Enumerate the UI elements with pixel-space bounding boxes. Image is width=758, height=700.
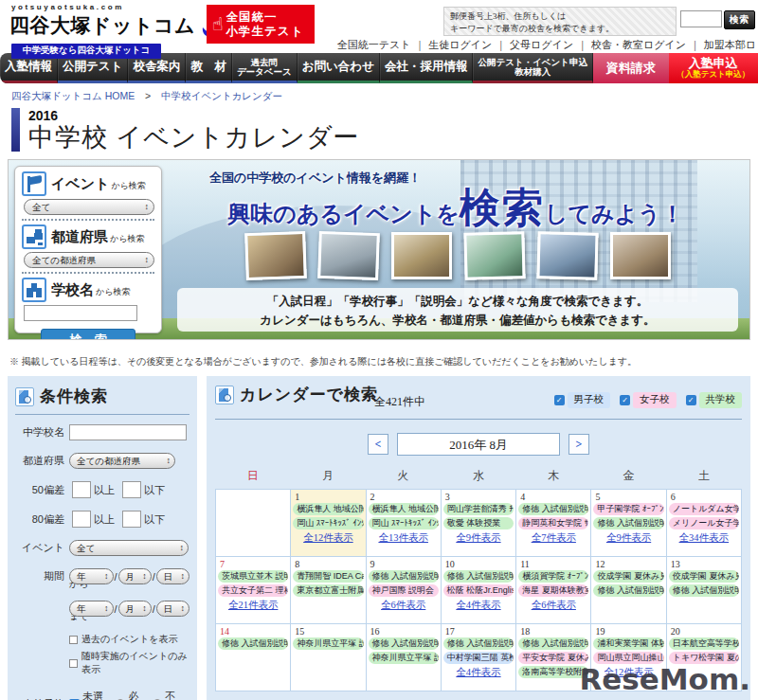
event-pill[interactable]: 岡山 ｽﾏｰﾄｷｯｽﾞ ｲﾝｸﾞ <box>293 517 363 529</box>
next-month-button[interactable]: > <box>568 434 589 455</box>
legend-label: 男子校 <box>568 392 611 408</box>
event-pill[interactable]: 修徳 入試個別説明 <box>443 570 514 583</box>
request-materials-button[interactable]: 資料請求 <box>593 53 669 83</box>
event-pill[interactable]: 岡山学芸館清秀 ﾁｬ <box>443 503 514 515</box>
national-test-banner[interactable]: ☝ 全国統一 小学生テスト <box>207 5 315 44</box>
event-pill[interactable]: 東京都立富士附属 <box>293 584 363 597</box>
event-pill[interactable]: 岡山 ｽﾏｰﾄｷｯｽﾞ ｲﾝｸﾞ <box>369 517 439 529</box>
event-pill[interactable]: 修徳 入試個別説明 <box>669 584 739 597</box>
show-all-events-link[interactable]: 全4件表示 <box>443 599 514 612</box>
show-all-events-link[interactable]: 全9件表示 <box>593 531 663 545</box>
event-pill[interactable]: 横浜隼人 地域公開 <box>293 503 363 515</box>
event-pill[interactable]: 海星 夏期体験教室 <box>518 584 588 597</box>
divider <box>22 272 154 274</box>
event-pill[interactable]: 浦和実業学園 体験 <box>593 637 663 650</box>
dev50-max-input[interactable] <box>122 481 141 498</box>
event-pill[interactable]: 横浜隼人 地域公開 <box>369 503 439 515</box>
pref-select[interactable]: 全ての都道府県 <box>69 453 175 469</box>
quick-link[interactable]: 校舎・教室ログイン <box>591 39 686 50</box>
event-pill[interactable]: 修徳 入試個別説明 <box>593 517 663 529</box>
day-number: 20 <box>671 626 739 637</box>
quick-link[interactable]: 父母ログイン <box>510 39 573 50</box>
dev50-min-input[interactable] <box>72 481 91 498</box>
show-all-events-link[interactable]: 全34件表示 <box>669 531 739 545</box>
period-to-year-select[interactable]: 年 <box>69 601 114 617</box>
event-pill[interactable]: 修徳 入試個別説明 <box>443 637 514 650</box>
event-pill[interactable]: 佼成学園 夏休み見 <box>669 570 739 583</box>
event-type-select[interactable]: 全て <box>69 540 189 556</box>
event-pill[interactable]: ノートルダム女学院 <box>669 503 739 515</box>
legend-checkbox[interactable] <box>686 395 696 405</box>
weekday-header-row: 日月火水木金土 <box>215 468 742 484</box>
show-all-events-link[interactable]: 全13件表示 <box>369 531 439 545</box>
event-pill[interactable]: 洛南高等学校附属 <box>518 666 588 678</box>
banner-pref-select[interactable]: 全ての都道府県 <box>24 252 154 268</box>
event-pill[interactable]: 修徳 入試個別説明 <box>218 637 288 650</box>
school-locator-search-button[interactable]: 検索 <box>724 10 755 29</box>
show-all-events-link[interactable]: 全6件表示 <box>369 599 439 612</box>
radio-option[interactable]: 必要 <box>116 690 144 700</box>
period-from-month-select[interactable]: 月 <box>118 568 152 584</box>
banner-search-button[interactable]: 検 索 <box>41 329 135 340</box>
quick-link[interactable]: 生徒ログイン <box>428 39 492 50</box>
period-to-month-select[interactable]: 月 <box>118 601 152 617</box>
legend-checkbox[interactable] <box>620 395 630 405</box>
banner-event-select[interactable]: 全て <box>24 199 154 215</box>
quick-link[interactable]: 加盟本部ロ <box>704 39 756 50</box>
nav-item[interactable]: お問い合わせ <box>298 53 380 83</box>
breadcrumb-home-link[interactable]: 四谷大塚ドットコム HOME <box>11 90 135 101</box>
school-name-input[interactable] <box>69 424 187 440</box>
event-pill[interactable]: 修徳 入試個別説明 <box>593 584 663 597</box>
show-all-events-link[interactable]: 全7件表示 <box>518 531 588 545</box>
event-pill[interactable]: 神戸国際 説明会 <box>369 584 439 597</box>
event-pill[interactable]: 青翔開智 IDEA Car <box>293 570 363 583</box>
event-pill[interactable]: 修徳 入試個別説明 <box>369 570 439 583</box>
radio-option[interactable]: 未選択 <box>69 690 107 700</box>
event-pill[interactable]: 茨城県立並木 説明 <box>218 570 288 583</box>
nav-item[interactable]: 公開テスト・イベント申込教材購入 <box>473 53 593 83</box>
weekday-header: 火 <box>366 468 441 484</box>
show-past-events-checkbox[interactable] <box>69 636 78 644</box>
radio-option[interactable]: 不要 <box>153 690 181 700</box>
period-from-day-select[interactable]: 日 <box>156 568 190 584</box>
event-pill[interactable]: 中村学園三陽 英検 <box>443 652 514 664</box>
show-all-events-link[interactable]: 全9件表示 <box>443 531 514 545</box>
show-all-events-link[interactable]: 全6件表示 <box>518 599 588 612</box>
brand-logo[interactable]: yotsuyaotsuka.com 四谷大塚ドットコム 中学受験なら四谷大塚ドッ… <box>9 3 229 59</box>
prev-month-button[interactable]: < <box>368 434 388 455</box>
legend-checkbox[interactable] <box>554 395 565 405</box>
event-pill[interactable]: 佼成学園 夏休み見 <box>593 570 663 583</box>
event-pill[interactable]: 修徳 入試個別説明 <box>518 637 588 650</box>
event-pill[interactable]: 甲子園学院 ｵｰﾌﾟﾝｽ <box>593 503 663 515</box>
event-pill[interactable]: 松蔭 松蔭Jr.English <box>443 584 514 597</box>
dev80-min-input[interactable] <box>72 511 91 528</box>
event-pill[interactable]: 神奈川県立平塚 説 <box>293 637 363 650</box>
period-to-day-select[interactable]: 日 <box>156 601 190 617</box>
quick-link-separator: ｜ <box>577 39 587 50</box>
event-pill[interactable]: 神奈川県立平塚 説 <box>369 652 439 664</box>
event-pill[interactable]: 日本航空高等学校 <box>669 637 739 650</box>
event-pill[interactable]: メリノール女子学院 <box>669 517 739 529</box>
event-pill[interactable]: 平安女学院 夏休み <box>518 652 588 664</box>
event-pill[interactable]: 修徳 入試個別説明 <box>369 637 439 650</box>
show-all-events-link[interactable]: 全21件表示 <box>218 599 288 612</box>
banner-school-name-input[interactable] <box>24 305 137 321</box>
school-locator-input[interactable] <box>680 10 722 27</box>
event-pill[interactable]: 修徳 入試個別説明 <box>518 503 588 515</box>
school-photo <box>463 231 525 280</box>
nav-item[interactable]: 会社・採用情報 <box>380 53 474 83</box>
nav-item[interactable]: 過去問データベース <box>232 53 298 83</box>
show-all-events-link[interactable]: 全4件表示 <box>443 666 514 679</box>
enroll-apply-button[interactable]: 入塾申込 （入塾テスト申込） <box>669 53 758 83</box>
day-number: 9 <box>370 559 439 569</box>
event-pill[interactable]: 静岡英和女学院 ｻﾏ <box>518 517 588 529</box>
period-from-year-select[interactable]: 年 <box>69 568 114 584</box>
event-pill[interactable]: 共立女子第二 理科 <box>218 584 288 597</box>
show-all-events-link[interactable]: 全12件表示 <box>293 531 363 545</box>
divider <box>15 414 190 415</box>
event-pill[interactable]: 横須賀学院 ｵｰﾌﾟﾝｽ <box>518 570 588 583</box>
event-pill[interactable]: 敬愛 体験授業 <box>443 517 514 529</box>
quick-link[interactable]: 全国統一テスト <box>337 39 411 50</box>
dev80-max-input[interactable] <box>122 511 141 528</box>
show-anytime-events-checkbox[interactable] <box>69 659 78 668</box>
